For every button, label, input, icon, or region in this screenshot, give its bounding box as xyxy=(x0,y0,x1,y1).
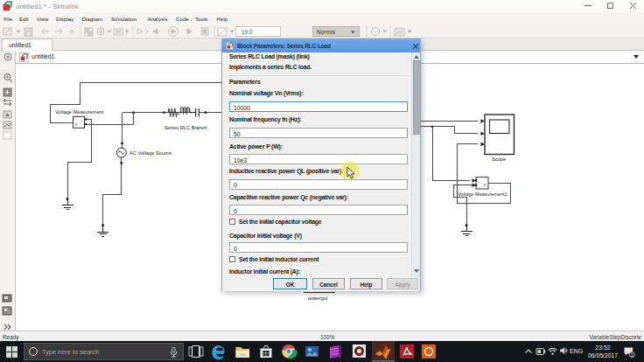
svg-text:AC Voltage Source: AC Voltage Source xyxy=(130,150,172,156)
svg-text:powergui: powergui xyxy=(308,296,327,301)
svg-text:Voltage Measurement: Voltage Measurement xyxy=(55,109,104,115)
svg-text:Scope: Scope xyxy=(492,157,506,162)
svg-text:Series RLC Branch: Series RLC Branch xyxy=(164,125,207,130)
svg-text:1: 1 xyxy=(631,352,634,358)
svg-text:Voltage Measurement1: Voltage Measurement1 xyxy=(458,191,508,197)
